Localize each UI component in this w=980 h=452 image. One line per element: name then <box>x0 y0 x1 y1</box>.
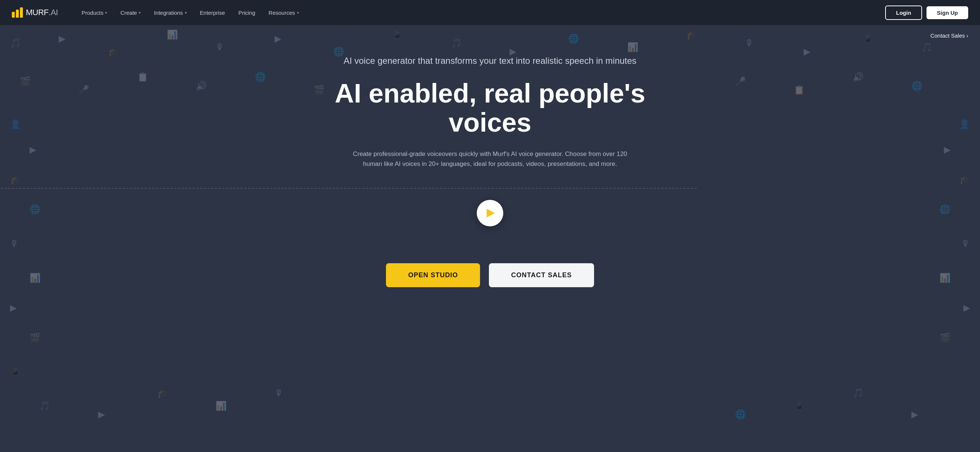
bg-icon: 🎵 <box>10 38 21 48</box>
cta-buttons: OPEN STUDIO CONTACT SALES <box>386 263 594 287</box>
bg-icon: 📱 <box>794 401 805 411</box>
bg-icon: 📋 <box>794 85 805 95</box>
nav-item-enterprise[interactable]: Enterprise <box>194 6 231 19</box>
bg-icon: 🎙 <box>215 42 224 52</box>
bg-icon: 🔊 <box>196 81 207 91</box>
chevron-down-icon: ▾ <box>297 11 299 15</box>
signup-button[interactable]: Sign Up <box>926 6 968 19</box>
bg-icon: 🎵 <box>39 401 50 411</box>
bg-icon: ▶ <box>59 33 65 44</box>
bg-icon: 🌐 <box>912 81 923 91</box>
hero-section: 🎵 ▶ 🎓 📊 🎙 ▶ 🌐 📱 🎵 ▶ 🌐 📊 🎓 🎙 ▶ 📱 🎵 🎬 🎤 📋 … <box>0 25 980 452</box>
bg-icon: ▶ <box>912 409 918 420</box>
bg-icon: 🎓 <box>108 46 119 57</box>
logo-bar-left <box>12 12 15 18</box>
bg-icon: 🎤 <box>735 76 746 87</box>
chevron-down-icon: ▾ <box>185 11 187 15</box>
bg-icon: 🌐 <box>939 204 950 214</box>
bg-icon: 🎓 <box>10 174 21 185</box>
bg-icon: ▶ <box>944 144 950 155</box>
bg-icon: 📱 <box>10 366 21 377</box>
nav-actions: Login Sign Up <box>885 6 969 20</box>
bg-icon: ▶ <box>98 409 105 420</box>
chevron-down-icon: ▾ <box>105 11 107 15</box>
hero-title: AI enabled, real people's voices <box>324 79 656 137</box>
navbar: MURF.AI Products ▾ Create ▾ Integrations… <box>0 0 980 25</box>
nav-item-pricing[interactable]: Pricing <box>232 6 261 19</box>
bg-icon: ▶ <box>963 303 970 313</box>
bg-icon: 📊 <box>939 273 950 283</box>
bg-icon: 🎙 <box>745 38 754 48</box>
hero-content: AI voice generator that transforms your … <box>269 25 711 309</box>
login-button[interactable]: Login <box>885 6 923 20</box>
open-studio-button[interactable]: OPEN STUDIO <box>386 263 480 287</box>
bg-icon: 📊 <box>215 401 227 411</box>
chevron-down-icon: ▾ <box>139 11 141 15</box>
logo-bar-mid <box>16 10 19 18</box>
bg-icon: 🎤 <box>78 85 89 95</box>
contact-sales-button[interactable]: CONTACT SALES <box>489 263 594 287</box>
bg-icon: 🎙 <box>10 238 19 249</box>
logo-text: MURF.AI <box>26 8 58 17</box>
bg-icon: 👤 <box>959 119 970 129</box>
nav-item-create[interactable]: Create ▾ <box>115 6 146 19</box>
nav-item-integrations[interactable]: Integrations ▾ <box>148 6 192 19</box>
bg-icon: 🎵 <box>921 42 932 52</box>
bg-icon: 🎬 <box>19 76 30 87</box>
bg-icon: 🎓 <box>959 174 970 185</box>
bg-icon: 🎙 <box>961 238 970 249</box>
hero-subtitle: AI voice generator that transforms your … <box>344 55 636 67</box>
hero-description: Create professional-grade voiceovers qui… <box>350 149 630 169</box>
chevron-right-icon: › <box>966 32 968 39</box>
bg-icon: 🎙 <box>275 388 283 398</box>
logo-icon <box>12 7 23 18</box>
bg-icon: 🎬 <box>30 333 41 343</box>
dashed-divider <box>0 188 697 189</box>
nav-links: Products ▾ Create ▾ Integrations ▾ Enter… <box>76 6 885 19</box>
bg-icon: ▶ <box>803 46 810 57</box>
bg-icon: 📋 <box>137 72 148 82</box>
bg-icon: 👤 <box>10 119 21 129</box>
nav-item-products[interactable]: Products ▾ <box>76 6 113 19</box>
play-icon <box>487 209 495 217</box>
bg-icon: 📱 <box>862 33 873 44</box>
bg-icon: 🎵 <box>853 388 864 398</box>
play-button-wrapper <box>477 200 503 226</box>
bg-icon: 🌐 <box>735 409 746 420</box>
bg-icon: ▶ <box>30 144 36 155</box>
contact-sales-top[interactable]: Contact Sales › <box>931 32 968 39</box>
bg-icon: 🎬 <box>939 333 950 343</box>
bg-icon: 📊 <box>30 273 41 283</box>
bg-icon: 🔊 <box>853 72 864 82</box>
play-button[interactable] <box>477 200 503 226</box>
nav-item-resources[interactable]: Resources ▾ <box>263 6 305 19</box>
logo[interactable]: MURF.AI <box>12 7 58 18</box>
bg-icon: 📊 <box>167 30 178 40</box>
bg-icon: 🌐 <box>30 204 41 214</box>
bg-icon: 🌐 <box>255 72 266 82</box>
logo-bar-right <box>20 7 23 18</box>
bg-icon: ▶ <box>10 303 17 313</box>
bg-icon: 🎓 <box>157 388 168 398</box>
